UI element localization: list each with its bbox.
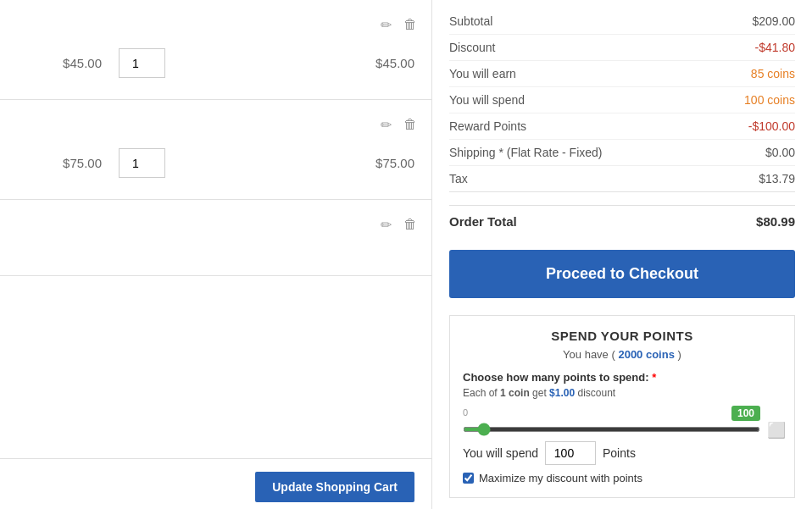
item-3-actions: ✏ 🗑 <box>0 208 431 241</box>
cart-item-3: ✏ 🗑 <box>0 200 431 276</box>
points-unit-label: Points <box>603 446 636 460</box>
spend-points-title: SPEND YOUR POINTS <box>463 329 781 343</box>
item-2-actions: ✏ 🗑 <box>0 108 431 141</box>
slider-labels: 0 100 <box>463 407 760 419</box>
tax-value: $13.79 <box>759 172 795 185</box>
maximize-checkbox[interactable] <box>463 473 474 484</box>
cart-item-1: ✏ 🗑 $45.00 $45.00 <box>0 0 431 100</box>
rate-coin: 1 coin <box>500 387 530 399</box>
slider-reset-icon[interactable]: ⬜ <box>767 421 786 440</box>
shipping-row: Shipping * (Flat Rate - Fixed) $0.00 <box>449 140 795 166</box>
coins-info-pre: You have ( <box>563 348 615 361</box>
reward-row: Reward Points -$100.00 <box>449 113 795 140</box>
cart-item-2: ✏ 🗑 $75.00 $75.00 <box>0 100 431 200</box>
discount-label: Discount <box>449 41 495 54</box>
points-slider-wrapper: 0 100 ⬜ <box>463 407 781 434</box>
spend-points-section: SPEND YOUR POINTS You have ( 2000 coins … <box>449 315 795 498</box>
tax-label: Tax <box>449 172 468 185</box>
edit-icon-1[interactable]: ✏ <box>379 15 393 35</box>
spend-label-summary: You will spend <box>449 93 525 107</box>
discount-row: Discount -$41.80 <box>449 35 795 61</box>
item-1-row: $45.00 $45.00 <box>0 41 431 91</box>
earn-label: You will earn <box>449 67 516 80</box>
item-1-price: $45.00 <box>17 56 102 70</box>
edit-icon-3[interactable]: ✏ <box>379 215 393 235</box>
spend-row-summary: You will spend 100 coins <box>449 87 795 113</box>
shipping-value: $0.00 <box>765 146 795 159</box>
required-star: * <box>652 371 656 384</box>
choose-points-label: Choose how many points to spend: * <box>463 371 781 384</box>
item-1-qty[interactable] <box>119 48 165 78</box>
you-will-spend-row: You will spend Points <box>463 441 781 465</box>
spend-value-summary: 100 coins <box>744 93 795 107</box>
delete-icon-3[interactable]: 🗑 <box>402 215 419 235</box>
earn-row: You will earn 85 coins <box>449 61 795 87</box>
order-summary-panel: Subtotal $209.00 Discount -$41.80 You wi… <box>432 0 812 509</box>
maximize-label: Maximize my discount with points <box>479 472 642 484</box>
coins-count: 2000 coins <box>618 348 675 361</box>
delete-icon-1[interactable]: 🗑 <box>402 15 419 35</box>
coins-info-post: ) <box>678 348 681 361</box>
spend-points-input[interactable] <box>545 441 596 465</box>
slider-bubble: 100 <box>731 406 760 421</box>
order-total-label: Order Total <box>449 214 517 229</box>
item-2-price: $75.00 <box>17 156 102 170</box>
delete-icon-2[interactable]: 🗑 <box>402 115 419 135</box>
update-cart-button[interactable]: Update Shopping Cart <box>255 472 414 502</box>
rate-amount: $1.00 <box>549 387 575 399</box>
edit-icon-2[interactable]: ✏ <box>379 115 393 135</box>
coins-info: You have ( 2000 coins ) <box>463 348 781 361</box>
earn-value: 85 coins <box>751 67 795 80</box>
summary-table: Subtotal $209.00 Discount -$41.80 You wi… <box>449 8 795 192</box>
cart-footer: Update Shopping Cart <box>0 458 431 509</box>
checkout-button[interactable]: Proceed to Checkout <box>449 250 795 298</box>
coin-rate-info: Each of 1 coin get $1.00 discount <box>463 387 781 399</box>
item-1-actions: ✏ 🗑 <box>0 8 431 41</box>
order-total-value: $80.99 <box>756 214 795 229</box>
reward-value: -$100.00 <box>748 119 795 133</box>
subtotal-label: Subtotal <box>449 14 492 28</box>
item-2-row: $75.00 $75.00 <box>0 141 431 191</box>
item-1-total: $45.00 <box>182 56 414 70</box>
subtotal-row: Subtotal $209.00 <box>449 8 795 35</box>
slider-min-label: 0 <box>463 407 468 419</box>
shipping-label: Shipping * (Flat Rate - Fixed) <box>449 146 603 159</box>
maximize-discount-row: Maximize my discount with points <box>463 472 781 484</box>
points-slider[interactable] <box>463 427 760 432</box>
reward-label: Reward Points <box>449 119 526 133</box>
item-2-total: $75.00 <box>182 156 414 170</box>
subtotal-value: $209.00 <box>752 14 795 28</box>
you-will-spend-label: You will spend <box>463 446 538 460</box>
tax-row: Tax $13.79 <box>449 166 795 191</box>
discount-value: -$41.80 <box>755 41 795 54</box>
cart-items-panel: ✏ 🗑 $45.00 $45.00 ✏ 🗑 $75.00 $75.00 <box>0 0 432 509</box>
item-2-qty[interactable] <box>119 148 165 178</box>
order-total-row: Order Total $80.99 <box>449 205 795 237</box>
